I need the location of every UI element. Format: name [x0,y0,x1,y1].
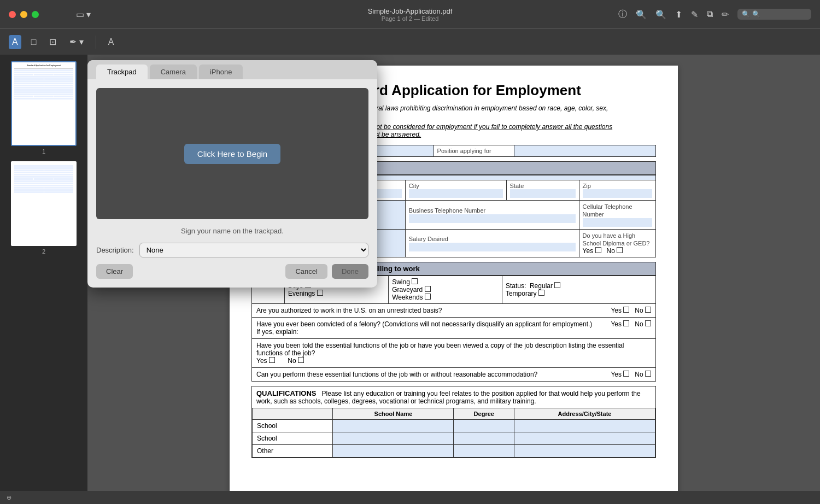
clear-button[interactable]: Clear [96,264,133,279]
q3-yes-checkbox[interactable] [269,357,275,363]
q1-no-checkbox[interactable] [645,307,651,313]
q1-yes-checkbox[interactable] [623,307,629,313]
qualifications-header: QUALIFICATIONS Please list any education… [252,386,655,408]
q3-no-checkbox[interactable] [298,357,304,363]
tab-iphone[interactable]: iPhone [199,65,243,79]
page-thumbnail-1[interactable]: Standard Application for Employment [4,61,83,155]
page-label-1: 1 [42,148,45,155]
search-input[interactable] [752,10,807,18]
status-bar: ⊕ [0,491,820,504]
swing-checkbox[interactable] [412,278,418,284]
question-2b-text: If yes, explain: [256,328,651,336]
search-icon: 🔍 [742,10,750,18]
evenings-label: Evenings [288,290,315,297]
q4-no-checkbox[interactable] [645,371,651,377]
qual-row-1-address[interactable] [514,420,655,432]
sidebar-toggle-icon[interactable]: ▭ ▾ [76,9,91,20]
rectangle-tool-btn[interactable]: □ [28,35,40,49]
text-tool-btn[interactable]: A [9,35,21,49]
question-4-row: Can you perform these essential function… [251,368,656,382]
qual-row-2-name[interactable] [333,432,454,445]
image-tool-icon: ⊡ [49,37,56,47]
qual-row-3-degree[interactable] [454,445,514,458]
hs-diploma-label: Do you have a High School Diploma or GED… [583,232,650,247]
salary-label: Salary Desired [409,236,448,242]
qual-row-2-label: School [253,432,333,445]
document-filename: Simple-Job-Application.pdf [368,7,453,15]
q2-no-checkbox[interactable] [645,320,651,326]
click-here-button[interactable]: Click Here to Begin [184,144,280,164]
qual-row-2: School [253,432,655,445]
close-button[interactable] [9,11,16,18]
qual-row-3-address[interactable] [514,445,655,458]
qual-row-1-name[interactable] [333,420,454,432]
main-content: Standard Application for Employment [0,55,820,491]
fullscreen-button[interactable] [32,11,39,18]
zoom-in-icon[interactable]: 🔍 [655,9,666,20]
annotate-icon[interactable]: ✏ [722,9,729,20]
page-thumbnail-2[interactable]: 2 [4,161,83,255]
q2-yes-checkbox[interactable] [623,320,629,326]
description-select[interactable]: None [139,243,368,257]
zoom-out-icon[interactable]: 🔍 [636,9,647,20]
share-icon[interactable]: ⬆ [675,9,682,20]
traffic-lights [9,11,39,18]
qual-row-3-label: Other [253,445,333,458]
yes-checkbox[interactable] [595,247,601,253]
qual-row-3-name[interactable] [333,445,454,458]
text-tool-icon: A [12,37,18,47]
question-4-text: Can you perform these essential function… [256,371,537,378]
question-3-row: Have you been told the essential functio… [251,339,656,368]
signature-actions: Clear Cancel Done [96,264,368,279]
tab-trackpad[interactable]: Trackpad [96,65,148,79]
qual-row-2-degree[interactable] [454,432,514,445]
state-label: State [510,183,524,189]
q4-yes-checkbox[interactable] [623,371,629,377]
evenings-checkbox[interactable] [317,290,323,296]
titlebar: ▭ ▾ Simple-Job-Application.pdf Page 1 of… [0,0,820,28]
question-1-text: Are you authorized to work in the U.S. o… [256,307,442,314]
yes-label: Yes [583,247,594,255]
search-box[interactable]: 🔍 [737,9,811,20]
info-icon[interactable]: ⓘ [618,9,627,20]
question-1-row: Are you authorized to work in the U.S. o… [251,304,656,318]
redact-tool-btn[interactable]: A [105,35,118,49]
done-button[interactable]: Done [332,264,368,279]
col-address-header: Address/City/State [514,408,655,420]
no-checkbox[interactable] [617,247,623,253]
col-degree-header: Degree [454,408,514,420]
graveyard-checkbox[interactable] [425,286,431,292]
qualifications-section: QUALIFICATIONS Please list any education… [251,386,656,458]
tab-camera[interactable]: Camera [150,65,197,79]
cancel-button[interactable]: Cancel [285,264,327,279]
signature-tool-btn[interactable]: ✒ ▾ [66,34,86,49]
status-icon: ⊕ [7,494,11,501]
no-label: No [607,247,615,255]
temporary-label: Temporary [506,290,537,297]
signature-canvas[interactable]: Click Here to Begin [96,88,368,219]
thumbnail-img-1: Standard Application for Employment [11,61,77,146]
right-buttons: Cancel Done [285,264,368,279]
col-school-name-header: School Name [333,408,454,420]
minimize-button[interactable] [20,11,27,18]
pen-icon[interactable]: ✎ [691,9,698,20]
temporary-checkbox[interactable] [538,290,544,296]
sidebar: Standard Application for Employment [0,55,87,491]
swing-label: Swing [392,278,410,286]
description-label: Description: [96,246,134,254]
qual-row-2-address[interactable] [514,432,655,445]
signature-panel: Trackpad Camera iPhone Click Here to Beg… [87,60,377,288]
regular-checkbox[interactable] [554,282,560,288]
window-icon[interactable]: ⧉ [707,9,713,19]
signature-instructions: Sign your name on the trackpad. [96,227,368,235]
qual-row-1-degree[interactable] [454,420,514,432]
signature-body: Click Here to Begin Sign your name on th… [87,79,377,288]
image-tool-btn[interactable]: ⊡ [46,34,60,49]
regular-label: Regular [530,282,553,290]
document-subtitle: Page 1 of 2 — Edited [368,15,453,22]
toolbar-separator [96,36,96,49]
weekends-checkbox[interactable] [425,294,431,300]
signature-tabs: Trackpad Camera iPhone [87,60,377,79]
toolbar: A □ ⊡ ✒ ▾ A [0,28,820,55]
signature-tool-icon: ✒ ▾ [69,37,83,47]
